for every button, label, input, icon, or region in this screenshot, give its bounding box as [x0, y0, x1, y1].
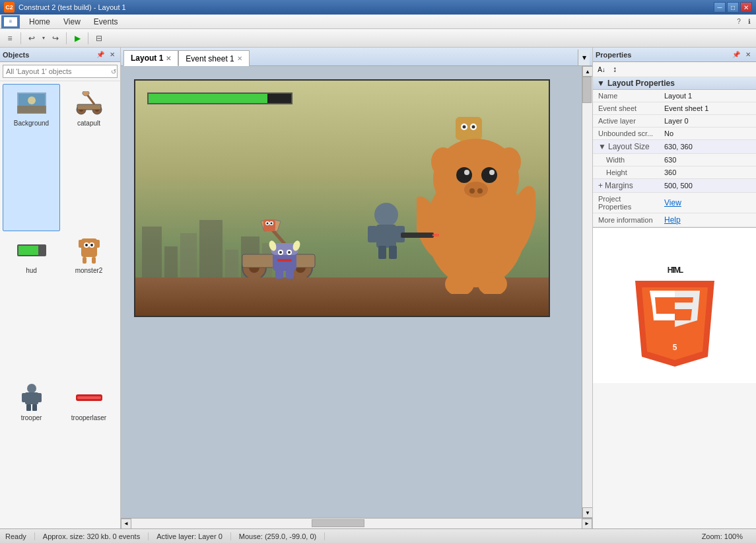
status-mouse: Mouse: (259.0, -99.0, 0) — [231, 532, 325, 540]
svg-rect-16 — [83, 257, 86, 264]
tab-bar: Layout 1 ✕ Event sheet 1 ✕ ▾ — [121, 48, 592, 66]
svg-point-43 — [464, 170, 469, 175]
close-button[interactable]: ✕ — [740, 2, 752, 13]
svg-point-62 — [271, 223, 273, 225]
search-input[interactable] — [3, 65, 118, 78]
object-catapult[interactable]: catapult — [60, 84, 118, 231]
scroll-left-button[interactable]: ◄ — [121, 519, 131, 529]
run-button[interactable]: ▶ — [70, 31, 85, 46]
objects-grid: Background — [0, 81, 120, 528]
layoutsize-expand-icon[interactable]: ▼ — [598, 142, 606, 151]
layout-props-section: ▼ Layout Properties — [593, 77, 756, 90]
h-scroll-thumb[interactable] — [312, 519, 364, 527]
scroll-thumb[interactable] — [582, 77, 592, 103]
close-panel-icon[interactable]: ✕ — [107, 50, 118, 60]
props-sort-icon[interactable]: ↕ — [609, 63, 621, 75]
tab-eventsheet1-close[interactable]: ✕ — [237, 55, 242, 62]
tab-layout1[interactable]: Layout 1 ✕ — [123, 50, 178, 66]
scroll-down-button[interactable]: ▼ — [582, 507, 592, 518]
tab-layout1-label: Layout 1 — [131, 54, 163, 63]
menu-events[interactable]: Events — [87, 16, 125, 28]
help-link[interactable]: Help — [664, 215, 681, 225]
svg-rect-25 — [37, 393, 42, 402]
prop-activelayer: Active layer Layer 0 — [593, 115, 756, 127]
close-props-icon[interactable]: ✕ — [743, 50, 753, 60]
canvas-scroll-area[interactable] — [121, 66, 582, 518]
redo-button[interactable]: ↪ — [48, 31, 63, 46]
properties-panel: Properties 📌 ✕ A↓ ↕ ▼ Layout Properties … — [592, 48, 756, 528]
scroll-track[interactable] — [582, 77, 592, 507]
maximize-button[interactable]: □ — [727, 2, 739, 13]
h-scroll-track[interactable] — [131, 519, 582, 528]
object-monster2[interactable]: monster2 — [60, 231, 118, 379]
menu-bar: ≡ Home View Events ? ℹ — [0, 15, 756, 29]
object-background[interactable]: Background — [3, 84, 60, 231]
canvas-area: Layout 1 ✕ Event sheet 1 ✕ ▾ — [121, 48, 592, 528]
menu-view[interactable]: View — [57, 16, 87, 28]
info-icon[interactable]: ℹ — [744, 17, 755, 27]
catapult-icon — [75, 89, 104, 118]
svg-rect-64 — [376, 225, 396, 248]
window-controls: ─ □ ✕ — [714, 2, 752, 13]
svg-point-34 — [472, 126, 475, 129]
margins-expand-icon[interactable]: + — [598, 181, 603, 190]
menu-home[interactable]: Home — [22, 16, 57, 28]
prop-margins-value: 500, 500 — [659, 179, 756, 193]
collapse-icon[interactable]: ▼ — [597, 79, 605, 88]
svg-rect-15 — [94, 240, 100, 248]
format-button[interactable]: ⊟ — [92, 31, 106, 46]
prop-projectprops-label: Project Properties — [593, 193, 659, 213]
svg-point-22 — [27, 384, 36, 393]
pin-icon[interactable]: 📌 — [95, 50, 106, 60]
undo-button[interactable]: ↩ — [24, 31, 39, 46]
object-trooperlaser[interactable]: trooperlaser — [60, 379, 118, 526]
vertical-scrollbar[interactable]: ▲ ▼ — [582, 66, 592, 518]
object-hud[interactable]: hud — [3, 231, 60, 379]
undo-dropdown[interactable]: ▾ — [40, 31, 47, 46]
health-bar-fill — [149, 94, 267, 103]
prop-moreinfo-value: Help — [659, 213, 756, 227]
svg-rect-24 — [22, 393, 26, 402]
horizontal-scrollbar[interactable]: ◄ ► — [121, 518, 592, 528]
prop-eventsheet-value: Event sheet 1 — [659, 102, 756, 115]
prop-activelayer-value: Layer 0 — [659, 115, 756, 127]
view-link[interactable]: View — [664, 198, 681, 207]
prop-height-value[interactable]: 360 — [659, 166, 756, 179]
svg-point-41 — [456, 167, 472, 183]
app-icon: C2 — [4, 2, 15, 13]
svg-rect-17 — [92, 257, 96, 264]
title-bar: C2 Construct 2 (test build) - Layout 1 ─… — [0, 0, 756, 15]
prop-eventsheet-label: Event sheet — [593, 102, 659, 115]
status-layer: Active layer: Layer 0 — [149, 532, 231, 540]
svg-rect-58 — [263, 219, 275, 231]
props-sort-alpha-icon[interactable]: A↓ — [596, 63, 607, 75]
trooper-area — [360, 198, 439, 279]
scroll-up-button[interactable]: ▲ — [582, 66, 592, 77]
catapult-svg — [75, 91, 104, 115]
object-trooper[interactable]: trooper — [3, 379, 60, 526]
help-icon[interactable]: ? — [734, 17, 744, 27]
prop-width-value[interactable]: 630 — [659, 154, 756, 166]
tab-dropdown-button[interactable]: ▾ — [578, 50, 590, 65]
objects-panel-title: Objects — [3, 51, 94, 59]
background-icon — [17, 89, 46, 118]
svg-point-33 — [463, 126, 466, 129]
props-toolbar: A↓ ↕ — [593, 62, 756, 77]
pin-props-icon[interactable]: 📌 — [731, 50, 741, 60]
trooper-svg — [20, 383, 44, 412]
prop-name: Name Layout 1 — [593, 90, 756, 102]
menu-button[interactable]: ≡ — [3, 31, 17, 46]
prop-name-value: Layout 1 — [659, 90, 756, 102]
properties-header: Properties 📌 ✕ — [593, 48, 756, 62]
prop-moreinfo: More information Help — [593, 213, 756, 227]
game-canvas[interactable] — [134, 79, 550, 317]
svg-rect-69 — [401, 233, 434, 238]
catapult-label: catapult — [77, 120, 100, 127]
svg-point-20 — [85, 244, 88, 246]
minimize-button[interactable]: ─ — [714, 2, 726, 13]
tab-layout1-close[interactable]: ✕ — [166, 55, 171, 62]
search-clear-button[interactable]: ↺ — [111, 68, 116, 75]
tab-eventsheet1[interactable]: Event sheet 1 ✕ — [178, 50, 249, 66]
scroll-right-button[interactable]: ► — [582, 519, 592, 529]
prop-layoutsize-label: ▼ Layout Size — [593, 140, 659, 154]
